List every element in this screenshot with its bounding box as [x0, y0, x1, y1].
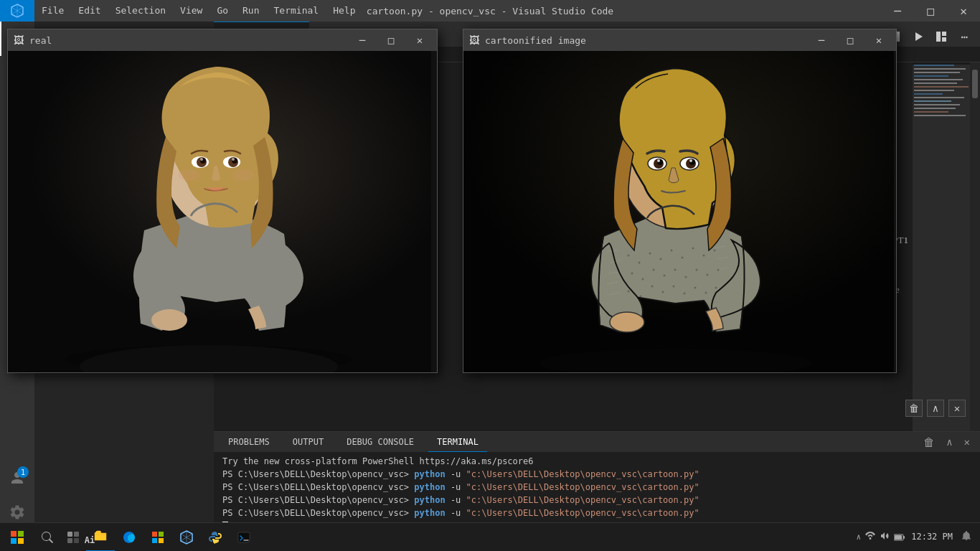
activity-accounts[interactable]: 1 [0, 461, 34, 495]
svg-point-65 [684, 293, 686, 295]
svg-point-49 [703, 255, 705, 257]
svg-rect-1 [942, 32, 946, 36]
svg-rect-72 [18, 538, 24, 544]
notification-area: 🗑 ∧ ✕ [905, 400, 966, 417]
more-actions-button[interactable]: ⋯ [954, 27, 974, 47]
terminal-panel: PROBLEMS OUTPUT DEBUG CONSOLE TERMINAL 🗑… [214, 431, 980, 535]
taskbar-edge[interactable] [115, 523, 143, 552]
menu-file[interactable]: File [34, 0, 71, 22]
cv-cartoon-titlebar: 🖼 cartoonified image ─ □ ✕ [463, 29, 896, 51]
menu-selection[interactable]: Selection [108, 0, 173, 22]
cv-real-close[interactable]: ✕ [408, 32, 431, 48]
svg-point-7 [151, 309, 187, 331]
term-cmd-3: PS C:\Users\DELL\Desktop\opencv_vsc> pyt… [222, 494, 971, 507]
taskbar-store[interactable] [143, 523, 172, 552]
svg-point-45 [660, 258, 662, 260]
svg-point-54 [664, 275, 666, 277]
svg-point-23 [610, 312, 644, 332]
editor-layout-button[interactable] [931, 27, 951, 47]
term-powershell-msg: Try the new cross-platform PowerShell ht… [222, 455, 971, 468]
minimize-button[interactable]: ─ [881, 0, 914, 22]
cv-cartoon-maximize[interactable]: □ [839, 32, 862, 48]
window-controls: ─ □ ✕ [881, 0, 980, 22]
svg-point-66 [694, 287, 697, 289]
cv-cartoon-close[interactable]: ✕ [867, 32, 890, 48]
term-cmd-2: PS C:\Users\DELL\Desktop\opencv_vsc> pyt… [222, 481, 971, 494]
cv-window-cartoon[interactable]: 🖼 cartoonified image ─ □ ✕ [463, 29, 897, 373]
start-button[interactable] [0, 523, 34, 552]
svg-point-16 [200, 158, 203, 161]
taskbar-vscode[interactable] [172, 523, 201, 552]
svg-rect-81 [238, 532, 250, 542]
svg-point-43 [639, 262, 641, 264]
accounts-badge: 1 [17, 466, 29, 478]
svg-point-58 [707, 274, 709, 276]
svg-point-55 [674, 269, 677, 271]
app-logo [0, 0, 34, 22]
svg-point-57 [696, 269, 698, 271]
svg-rect-79 [152, 538, 157, 543]
notif-trash-button[interactable]: 🗑 [905, 400, 923, 417]
cv-cartoon-minimize[interactable]: ─ [810, 32, 833, 48]
taskbar-python[interactable] [201, 523, 230, 552]
menu-terminal[interactable]: Terminal [267, 0, 326, 22]
svg-point-64 [673, 286, 675, 288]
svg-point-60 [628, 291, 630, 293]
minimap [913, 62, 970, 431]
window-title: cartoon.py - opencv_vsc - Visual Studio … [367, 6, 613, 17]
taskbar-search[interactable] [34, 523, 60, 552]
taskbar-notifications[interactable] [958, 527, 974, 547]
terminal-tab-debug[interactable]: DEBUG CONSOLE [338, 432, 423, 452]
menu-help[interactable]: Help [326, 0, 362, 22]
svg-point-63 [662, 291, 664, 293]
svg-point-62 [651, 286, 654, 288]
terminal-tab-problems[interactable]: PROBLEMS [220, 432, 278, 452]
svg-point-17 [232, 158, 235, 161]
term-cmd-1: PS C:\Users\DELL\Desktop\opencv_vsc> pyt… [222, 468, 971, 481]
terminal-tab-output[interactable]: OUTPUT [284, 432, 332, 452]
menubar: File Edit Selection View Go Run Terminal… [0, 0, 980, 22]
terminal-tab-terminal[interactable]: TERMINAL [428, 432, 487, 452]
terminal-expand-icon[interactable]: ∧ [942, 436, 956, 448]
run-python-button[interactable] [908, 27, 928, 47]
svg-point-44 [649, 253, 651, 255]
terminal-tabs: PROBLEMS OUTPUT DEBUG CONSOLE TERMINAL 🗑… [214, 432, 980, 452]
notif-up-button[interactable]: ∧ [927, 400, 944, 417]
cv-real-minimize[interactable]: ─ [351, 32, 374, 48]
close-button[interactable]: ✕ [947, 0, 980, 22]
svg-rect-71 [11, 538, 17, 544]
scrollbar[interactable] [970, 62, 980, 431]
terminal-close-icon[interactable]: ✕ [960, 436, 974, 448]
taskbar-time[interactable]: 12:32 PM [911, 532, 953, 543]
menu-view[interactable]: View [173, 0, 209, 22]
cv-window-real[interactable]: 🖼 real ─ □ ✕ [7, 29, 438, 373]
svg-rect-77 [152, 532, 157, 537]
tray-network[interactable] [865, 530, 875, 544]
taskbar-terminal[interactable] [230, 523, 258, 552]
svg-point-59 [717, 269, 720, 271]
tray-volume[interactable] [880, 530, 890, 544]
notif-close-button[interactable]: ✕ [948, 400, 966, 417]
svg-rect-84 [895, 535, 902, 540]
tray-battery[interactable] [894, 530, 905, 544]
ai-icon[interactable]: Ai [77, 529, 102, 551]
svg-point-48 [692, 248, 694, 250]
svg-point-67 [705, 292, 707, 294]
cv-real-titlebar: 🖼 real ─ □ ✕ [8, 29, 437, 51]
svg-point-51 [631, 273, 633, 275]
svg-rect-83 [903, 536, 905, 539]
cv-cartoon-title: cartoonified image [485, 35, 804, 46]
menu-edit[interactable]: Edit [71, 0, 108, 22]
cv-real-maximize[interactable]: □ [380, 32, 402, 48]
terminal-trash-icon[interactable]: 🗑 [919, 435, 939, 449]
svg-rect-2 [942, 37, 946, 42]
svg-rect-75 [67, 538, 72, 543]
menu-go[interactable]: Go [209, 0, 235, 22]
svg-point-61 [640, 296, 642, 298]
svg-point-42 [628, 255, 630, 257]
svg-point-18 [178, 169, 199, 181]
svg-point-68 [715, 287, 717, 289]
menu-run[interactable]: Run [235, 0, 266, 22]
tray-chevron[interactable]: ∧ [857, 532, 862, 542]
maximize-button[interactable]: □ [914, 0, 947, 22]
